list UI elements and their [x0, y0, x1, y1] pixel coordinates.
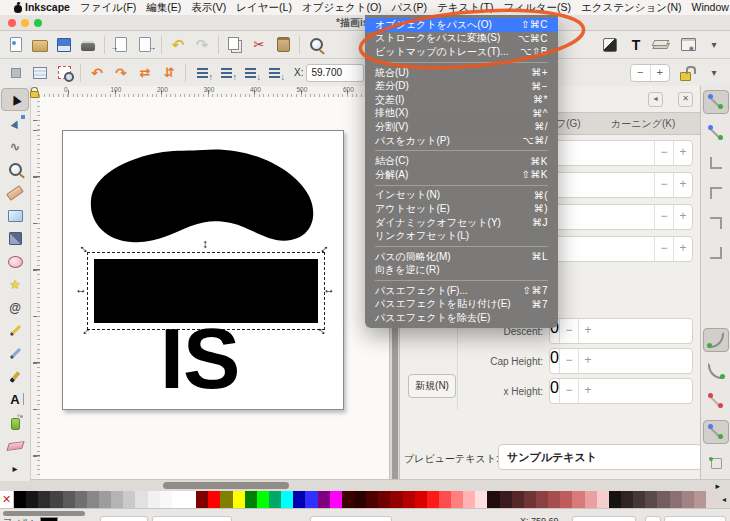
preview-text-input[interactable]: [498, 444, 702, 470]
field-plus-button[interactable]: +: [673, 205, 692, 229]
color-swatch[interactable]: [597, 491, 609, 508]
export-icon[interactable]: [133, 34, 157, 56]
color-swatch[interactable]: [75, 491, 87, 508]
descent-plus-button[interactable]: +: [578, 319, 597, 343]
raise-to-top-icon[interactable]: [190, 62, 214, 84]
new-font-button[interactable]: 新規(N): [408, 374, 456, 398]
menubar-inkscape[interactable]: Inkscape: [20, 0, 75, 15]
menu-item[interactable]: 統合(U) ⌘+: [365, 66, 558, 80]
color-swatch[interactable]: [99, 491, 111, 508]
redo-icon[interactable]: [190, 34, 214, 56]
cap-height-plus-button[interactable]: +: [578, 349, 597, 373]
color-swatch[interactable]: [330, 491, 342, 508]
descent-field[interactable]: 0 −+: [549, 318, 693, 344]
color-swatch[interactable]: [572, 491, 584, 508]
palette-toggle-icon[interactable]: ▸: [715, 481, 720, 491]
color-swatch[interactable]: [633, 491, 645, 508]
menu-item[interactable]: 交差(I) ⌘*: [365, 93, 558, 107]
color-swatch[interactable]: [14, 491, 26, 508]
color-swatch[interactable]: [706, 491, 718, 508]
snap-path-icon[interactable]: [703, 328, 729, 352]
canvas[interactable]: ↔ ↕ ↔ ↔ ↔ ↔ ↕ ↔ IS: [40, 97, 389, 479]
color-swatch[interactable]: [512, 491, 524, 508]
layer-selector[interactable]: [310, 516, 392, 521]
snap-toggle-icon[interactable]: [703, 90, 729, 114]
save-document-icon[interactable]: [52, 34, 76, 56]
more-tools[interactable]: [2, 458, 28, 479]
spray-tool[interactable]: [2, 412, 28, 433]
color-swatch[interactable]: [463, 491, 475, 508]
color-swatch[interactable]: [500, 491, 512, 508]
snap-bbox-icon[interactable]: [704, 122, 728, 144]
menubar-path[interactable]: パス(P): [387, 0, 433, 15]
ruler-lock-icon[interactable]: [29, 86, 40, 97]
color-swatch[interactable]: [657, 491, 669, 508]
menu-item[interactable]: パスエフェクトを貼り付け(E) ⌘7: [365, 298, 558, 312]
menu-item[interactable]: 排他(X) ⌘^: [365, 107, 558, 121]
x-height-field[interactable]: 0 −+: [549, 378, 693, 404]
selector-tool[interactable]: [1, 88, 29, 111]
field-minus-button[interactable]: −: [654, 237, 673, 261]
color-swatch[interactable]: [536, 491, 548, 508]
cursor-y-field[interactable]: [572, 516, 636, 521]
page[interactable]: ↔ ↕ ↔ ↔ ↔ ↔ ↕ ↔ IS: [62, 130, 344, 410]
color-swatch[interactable]: [123, 491, 135, 508]
zoom-field[interactable]: [664, 516, 726, 521]
color-swatch[interactable]: [220, 491, 232, 508]
fill-stroke-dialog-icon[interactable]: [598, 34, 622, 56]
panel-collapse-button[interactable]: ◂: [648, 92, 663, 107]
cap-height-field[interactable]: 0 −+: [549, 348, 693, 374]
controls-overflow-icon[interactable]: [702, 62, 726, 84]
snap-smooth-node-icon[interactable]: [703, 420, 729, 444]
xml-editor-icon[interactable]: [676, 34, 700, 56]
star-tool[interactable]: [2, 274, 28, 295]
color-swatch[interactable]: [172, 491, 184, 508]
zoom-stepper[interactable]: − +: [630, 64, 670, 82]
color-swatch[interactable]: [135, 491, 147, 508]
color-swatch[interactable]: [305, 491, 317, 508]
descent-minus-button[interactable]: −: [559, 319, 578, 343]
lower-icon[interactable]: [238, 62, 262, 84]
menu-item[interactable]: ビットマップのトレース(T)... ⌥⇧B: [365, 45, 558, 59]
pen-tool[interactable]: [2, 343, 28, 364]
color-swatch[interactable]: [184, 491, 196, 508]
color-swatch[interactable]: [403, 491, 415, 508]
print-icon[interactable]: [76, 34, 100, 56]
rotate-ccw-icon[interactable]: [85, 62, 109, 84]
color-swatch[interactable]: [560, 491, 572, 508]
ellipse-tool[interactable]: [2, 251, 28, 272]
color-swatch[interactable]: [63, 491, 75, 508]
blob-shape[interactable]: [85, 146, 319, 248]
color-swatch[interactable]: [160, 491, 172, 508]
zoom-minus-button[interactable]: −: [631, 65, 650, 81]
color-swatch[interactable]: [682, 491, 694, 508]
color-swatch[interactable]: [208, 491, 220, 508]
color-swatch[interactable]: [621, 491, 633, 508]
text-dialog-icon[interactable]: [624, 34, 648, 56]
lower-to-bottom-icon[interactable]: [262, 62, 286, 84]
field-plus-button[interactable]: +: [673, 173, 692, 197]
paste-icon[interactable]: [271, 34, 295, 56]
measure-tool[interactable]: [2, 182, 28, 203]
color-swatch[interactable]: [524, 491, 536, 508]
lock-ratio-icon[interactable]: [678, 64, 694, 82]
rotate-cw-icon[interactable]: [109, 62, 133, 84]
calligraphy-tool[interactable]: [2, 366, 28, 387]
menubar-text[interactable]: テキスト(T): [432, 0, 498, 15]
color-swatch[interactable]: [269, 491, 281, 508]
text-object[interactable]: IS: [160, 315, 239, 401]
snap-bbox-center-icon[interactable]: [704, 242, 728, 264]
menu-item[interactable]: 差分(D) ⌘−: [365, 79, 558, 93]
color-swatch[interactable]: [378, 491, 390, 508]
flip-vertical-icon[interactable]: [157, 62, 181, 84]
color-swatch[interactable]: [670, 491, 682, 508]
color-swatch[interactable]: [451, 491, 463, 508]
layers-dialog-icon[interactable]: [650, 34, 674, 56]
zoom-lock[interactable]: [645, 516, 661, 521]
menubar-layer[interactable]: レイヤー(L): [231, 0, 297, 15]
color-swatch[interactable]: [694, 491, 706, 508]
rectangle-tool[interactable]: [2, 205, 28, 226]
new-document-icon[interactable]: [4, 34, 28, 56]
color-swatch[interactable]: [293, 491, 305, 508]
menu-item[interactable]: インセット(N) ⌘(: [365, 189, 558, 203]
